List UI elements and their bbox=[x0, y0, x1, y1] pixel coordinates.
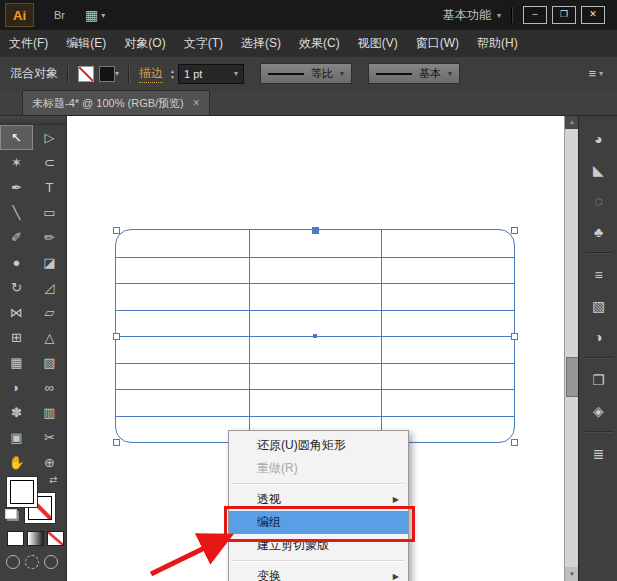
scroll-up-icon[interactable]: ▲ bbox=[565, 115, 579, 129]
gradient-icon[interactable]: ▧ bbox=[585, 293, 613, 318]
caret-down-icon[interactable]: ▾ bbox=[234, 69, 238, 78]
pen-tool[interactable]: ✒ bbox=[0, 175, 33, 200]
draw-inside-mode[interactable] bbox=[44, 555, 58, 569]
shape-builder-tool[interactable]: ⊞ bbox=[0, 325, 33, 350]
fill-swatch[interactable] bbox=[7, 477, 37, 507]
workspace-switcher[interactable]: 基本功能 ▾ bbox=[443, 7, 501, 24]
menu-view[interactable]: 视图(V) bbox=[349, 30, 407, 57]
table-grid-line bbox=[116, 363, 514, 364]
table-grid-line bbox=[116, 257, 514, 258]
restore-button[interactable]: ❐ bbox=[552, 6, 576, 24]
paint-buttons bbox=[7, 531, 64, 546]
scale-tool[interactable]: ◿ bbox=[33, 275, 66, 300]
width-tool[interactable]: ⋈ bbox=[0, 300, 33, 325]
stroke-weight-field[interactable]: 1 pt ▾ bbox=[178, 64, 244, 84]
direct-selection-tool[interactable]: ▷ bbox=[33, 125, 66, 150]
mesh-tool[interactable]: ▦ bbox=[0, 350, 33, 375]
type-tool[interactable]: T bbox=[33, 175, 66, 200]
hand-tool[interactable]: ✋ bbox=[0, 450, 33, 475]
symbol-sprayer-tool[interactable]: ✽ bbox=[0, 400, 33, 425]
brushes-icon[interactable]: ◌ bbox=[585, 188, 613, 213]
paintbrush-tool[interactable]: ✐ bbox=[0, 225, 33, 250]
menu-select[interactable]: 选择(S) bbox=[232, 30, 290, 57]
table-grid-line bbox=[116, 389, 514, 390]
menu-window[interactable]: 窗口(W) bbox=[407, 30, 468, 57]
scroll-down-icon[interactable]: ▼ bbox=[565, 567, 579, 581]
stepper-down-icon[interactable]: ▼ bbox=[170, 74, 175, 80]
menu-help[interactable]: 帮助(H) bbox=[468, 30, 527, 57]
default-swatches-icon[interactable] bbox=[5, 509, 17, 519]
selection-anchor[interactable] bbox=[113, 439, 120, 446]
menu-effect[interactable]: 效果(C) bbox=[290, 30, 349, 57]
table-shape[interactable] bbox=[115, 229, 515, 443]
links-icon[interactable]: ❐ bbox=[585, 367, 613, 392]
fill-none-swatch[interactable] bbox=[78, 66, 94, 82]
none-button[interactable] bbox=[47, 531, 64, 546]
eraser-tool[interactable]: ◪ bbox=[33, 250, 66, 275]
rotate-tool[interactable]: ↻ bbox=[0, 275, 33, 300]
layers-icon[interactable]: ≣ bbox=[585, 441, 613, 466]
menu-edit[interactable]: 编辑(E) bbox=[57, 30, 115, 57]
pencil-tool[interactable]: ✏ bbox=[33, 225, 66, 250]
minimize-button[interactable]: – bbox=[523, 6, 547, 24]
document-tab[interactable]: 未标题-4* @ 100% (RGB/预览) × bbox=[22, 90, 210, 115]
blob-brush-tool[interactable]: ● bbox=[0, 250, 33, 275]
selection-anchor[interactable] bbox=[511, 227, 518, 234]
ctx-item-transform[interactable]: 变换▶ bbox=[229, 565, 408, 581]
menu-type[interactable]: 文字(T) bbox=[175, 30, 232, 57]
selection-anchor[interactable] bbox=[511, 439, 518, 446]
selection-tool[interactable]: ↖ bbox=[0, 125, 33, 150]
slice-tool[interactable]: ✂ bbox=[33, 425, 66, 450]
selection-center-point bbox=[313, 334, 317, 338]
close-button[interactable]: ✕ bbox=[581, 6, 605, 24]
table-grid-line bbox=[116, 283, 514, 284]
free-transform-tool[interactable]: ▱ bbox=[33, 300, 66, 325]
panel-menu-icon[interactable]: ≡ ▾ bbox=[588, 66, 603, 81]
stroke-panel-link[interactable]: 描边 bbox=[139, 65, 163, 83]
menu-object[interactable]: 对象(O) bbox=[115, 30, 174, 57]
draw-normal-mode[interactable] bbox=[6, 555, 20, 569]
width-profile-dropdown[interactable]: 等比 ▾ bbox=[260, 63, 352, 84]
stroke-color-swatch[interactable] bbox=[99, 66, 115, 82]
gradient-tool[interactable]: ▧ bbox=[33, 350, 66, 375]
line-segment-tool[interactable]: ╲ bbox=[0, 200, 33, 225]
brush-definition-dropdown[interactable]: 基本 ▾ bbox=[368, 63, 460, 84]
ctx-item-undo-rounded-rectangle[interactable]: 还原(U)圆角矩形 bbox=[229, 434, 408, 457]
selection-anchor[interactable] bbox=[511, 333, 518, 340]
magic-wand-tool[interactable]: ✶ bbox=[0, 150, 33, 175]
table-grid-line bbox=[249, 230, 250, 442]
selection-anchor[interactable] bbox=[312, 227, 319, 234]
swatches-icon[interactable]: ◣ bbox=[585, 157, 613, 182]
zoom-tool[interactable]: ⊕ bbox=[33, 450, 66, 475]
document-tab-bar: 未标题-4* @ 100% (RGB/预览) × bbox=[0, 90, 617, 116]
arrange-documents-icon[interactable]: ▦ ▾ bbox=[85, 7, 105, 23]
transparency-icon[interactable]: ◑ bbox=[585, 324, 613, 349]
perspective-grid-tool[interactable]: △ bbox=[33, 325, 66, 350]
panel-dock: « ◕◣◌♣≡▧◑❐◈≣ bbox=[578, 90, 617, 581]
color-button[interactable] bbox=[7, 531, 24, 546]
vertical-scrollbar[interactable]: ▲ ▼ bbox=[564, 115, 579, 581]
lasso-tool[interactable]: ⊂ bbox=[33, 150, 66, 175]
menu-file[interactable]: 文件(F) bbox=[0, 30, 57, 57]
gradient-button[interactable] bbox=[27, 531, 44, 546]
panel-grip[interactable] bbox=[0, 115, 66, 125]
stroke-icon[interactable]: ≡ bbox=[585, 262, 613, 287]
symbols-icon[interactable]: ♣ bbox=[585, 219, 613, 244]
draw-behind-mode[interactable] bbox=[25, 555, 39, 569]
eyedropper-tool[interactable]: ◗ bbox=[0, 375, 33, 400]
blend-tool[interactable]: ∞ bbox=[33, 375, 66, 400]
rectangle-tool[interactable]: ▭ bbox=[33, 200, 66, 225]
column-graph-tool[interactable]: ▥ bbox=[33, 400, 66, 425]
caret-down-icon[interactable]: ▾ bbox=[115, 69, 119, 78]
control-bar: 混合对象 ▾ 描边 ▲ ▼ 1 pt ▾ 等比 ▾ 基本 ▾ ≡ ▾ bbox=[0, 57, 617, 91]
stroke-weight-stepper[interactable]: ▲ ▼ bbox=[170, 68, 175, 80]
selection-anchor[interactable] bbox=[113, 333, 120, 340]
bridge-icon[interactable]: Br bbox=[54, 9, 65, 21]
color-guide-icon[interactable]: ◕ bbox=[585, 126, 613, 151]
artboard-tool[interactable]: ▣ bbox=[0, 425, 33, 450]
selection-anchor[interactable] bbox=[113, 227, 120, 234]
table-grid-line bbox=[116, 310, 514, 311]
swap-fill-stroke-icon[interactable]: ⇄ bbox=[49, 474, 57, 485]
appearance-icon[interactable]: ◈ bbox=[585, 398, 613, 423]
tab-close-icon[interactable]: × bbox=[193, 96, 200, 110]
